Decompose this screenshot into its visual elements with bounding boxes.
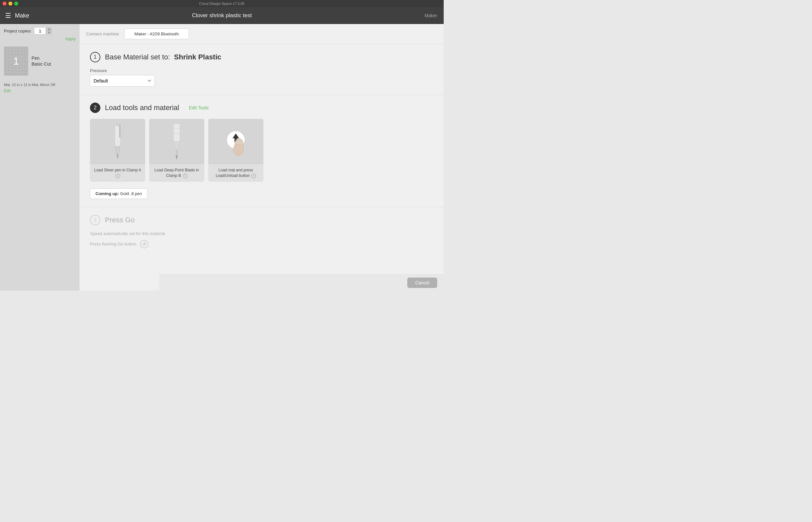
mat-cut-label: Basic Cut: [32, 61, 51, 66]
step1-header: 1 Base Material set to: Shrink Plastic: [90, 52, 433, 62]
step2-title: Load tools and material: [105, 104, 179, 112]
app-title: Cricut Design Space v7.3.95: [199, 2, 244, 5]
copies-up-button[interactable]: ▲: [46, 27, 52, 31]
apply-button[interactable]: Apply: [0, 36, 80, 44]
svg-marker-6: [174, 142, 180, 150]
edit-tools-link[interactable]: Edit Tools: [189, 105, 209, 111]
info-icon-mat[interactable]: i: [251, 174, 256, 178]
step1-section: 1 Base Material set to: Shrink Plastic P…: [80, 44, 444, 95]
blade-image: [149, 119, 204, 164]
step1-circle: 1: [90, 52, 100, 62]
mat-thumbnail: 1: [4, 46, 28, 76]
copies-down-button[interactable]: ▼: [46, 31, 52, 35]
make-label: Make: [15, 12, 29, 19]
tool-card-blade: Load Deep-Point Blade in Clamp B i: [149, 119, 204, 182]
svg-point-20: [233, 144, 243, 156]
mat-details-area: Mat, 12 in x 12 in Mat, Mirror Off Edit: [0, 78, 80, 95]
main-content: Connect machine Maker : 41D9 Bluetooth 1…: [80, 24, 444, 290]
minimize-button[interactable]: [8, 2, 12, 5]
connect-bar: Connect machine Maker : 41D9 Bluetooth: [80, 24, 444, 44]
pen-image: [90, 119, 145, 164]
step3-circle: 3: [90, 215, 100, 225]
load-mat-svg: [208, 119, 263, 164]
copies-input-container: ▲ ▼: [34, 27, 52, 35]
mat-image: [208, 119, 263, 164]
info-icon-blade[interactable]: i: [183, 174, 187, 178]
tool-card-pen: Load Silver pen in Clamp A i: [90, 119, 145, 182]
project-title: Clover shrink plastic test: [192, 12, 252, 19]
pen-svg: [108, 122, 127, 161]
mat-preview: 1 Pen Basic Cut: [0, 44, 80, 78]
svg-rect-7: [176, 150, 178, 156]
pressure-label: Pressure: [90, 68, 433, 73]
coming-up-box: Coming up: Gold .8 pen: [90, 188, 147, 199]
copies-input[interactable]: [34, 27, 46, 35]
step2-circle: 2: [90, 103, 100, 113]
step3-section: 3 Press Go Speed automatically set for t…: [80, 207, 444, 256]
svg-rect-1: [116, 124, 120, 126]
title-bar: Cricut Design Space v7.3.95: [0, 0, 444, 7]
maker-label: Maker: [424, 13, 437, 18]
mat-card: 1 Pen Basic Cut: [4, 46, 76, 76]
sidebar: Project copies: ▲ ▼ Apply 1 Pen Basic Cu…: [0, 24, 80, 290]
connect-label: Connect machine: [86, 32, 119, 36]
step2-section: 2 Load tools and material Edit Tools: [80, 95, 444, 207]
tools-grid: Load Silver pen in Clamp A i: [90, 119, 433, 182]
cancel-button[interactable]: Cancel: [407, 278, 437, 288]
main-layout: Project copies: ▲ ▼ Apply 1 Pen Basic Cu…: [0, 24, 444, 290]
svg-marker-3: [117, 155, 119, 159]
header: ☰ Make Clover shrink plastic test Maker: [0, 7, 444, 24]
step3-header: 3 Press Go: [90, 215, 433, 225]
coming-up-item: Gold .8 pen: [120, 191, 142, 196]
tool-label-blade: Load Deep-Point Blade in Clamp B i: [149, 164, 204, 182]
tool-card-mat: Load mat and press Load/Unload button i: [208, 119, 263, 182]
maximize-button[interactable]: [14, 2, 18, 5]
connect-machine-button[interactable]: Maker : 41D9 Bluetooth: [124, 28, 189, 39]
edit-link[interactable]: Edit: [4, 88, 11, 93]
step3-title: Press Go: [105, 216, 135, 224]
copies-spinners: ▲ ▼: [46, 27, 52, 35]
coming-up-prefix: Coming up:: [96, 191, 119, 196]
menu-icon[interactable]: ☰: [5, 12, 11, 19]
svg-marker-8: [176, 156, 178, 160]
press-go-note: Press flashing Go button. ↺: [90, 240, 433, 248]
traffic-lights: [3, 2, 18, 5]
project-copies-row: Project copies: ▲ ▼: [0, 24, 80, 36]
pressure-select[interactable]: Default More Less: [90, 75, 155, 87]
mat-grid-overlay: [4, 46, 28, 76]
svg-rect-5: [174, 124, 180, 142]
step2-header: 2 Load tools and material Edit Tools: [90, 103, 433, 113]
material-name: Shrink Plastic: [174, 53, 221, 61]
info-icon-pen[interactable]: i: [116, 174, 120, 178]
tool-label-pen: Load Silver pen in Clamp A i: [90, 164, 145, 182]
blade-svg: [167, 122, 186, 161]
svg-marker-2: [115, 146, 120, 155]
mat-pen-label: Pen: [32, 56, 51, 61]
project-copies-label: Project copies:: [4, 28, 32, 34]
svg-rect-4: [119, 125, 120, 138]
bottom-bar: Cancel: [159, 274, 444, 290]
close-button[interactable]: [3, 2, 6, 5]
step1-title: Base Material set to: Shrink Plastic: [105, 53, 221, 61]
mat-info: Pen Basic Cut: [32, 56, 51, 66]
speed-note: Speed automatically set for this materia…: [90, 231, 433, 236]
mat-details-text: Mat, 12 in x 12 in Mat, Mirror Off: [4, 82, 76, 88]
tool-label-mat: Load mat and press Load/Unload button i: [208, 164, 263, 182]
spinner-icon: ↺: [140, 240, 148, 248]
